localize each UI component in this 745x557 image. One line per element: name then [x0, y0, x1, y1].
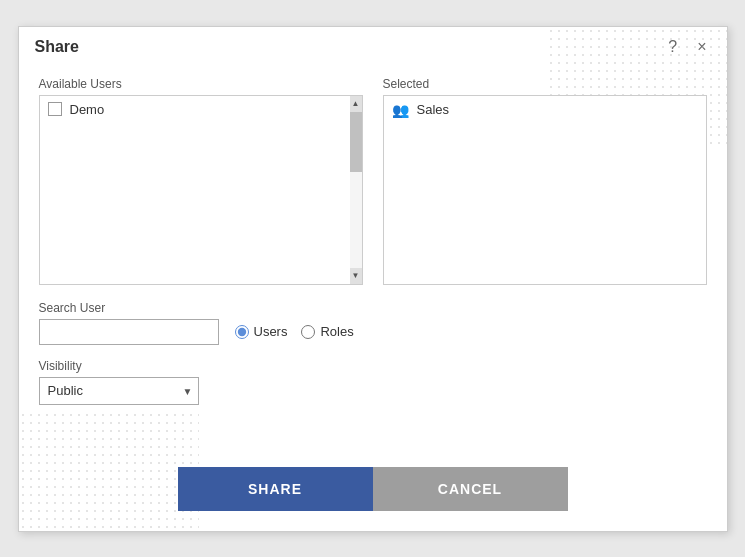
share-dialog: Share ? × Available Users Demo ▲	[18, 26, 728, 532]
visibility-label: Visibility	[39, 359, 707, 373]
scroll-track: ▲ ▼	[350, 96, 362, 284]
dialog-footer: SHARE CANCEL	[19, 455, 727, 531]
available-users-section: Available Users Demo ▲ ▼	[39, 77, 363, 285]
scroll-thumb[interactable]	[350, 112, 362, 172]
radio-roles-option[interactable]: Roles	[301, 324, 353, 339]
search-input[interactable]	[39, 319, 219, 345]
share-button[interactable]: SHARE	[178, 467, 373, 511]
scroll-arrow-down[interactable]: ▼	[350, 268, 362, 284]
help-button[interactable]: ?	[664, 37, 681, 57]
dialog-title: Share	[35, 38, 79, 56]
search-label: Search User	[39, 301, 707, 315]
demo-checkbox[interactable]	[48, 102, 62, 116]
radio-roles-label: Roles	[320, 324, 353, 339]
radio-group: Users Roles	[235, 324, 354, 339]
sales-label: Sales	[417, 102, 450, 117]
selected-list: 👥 Sales	[383, 95, 707, 285]
selected-item-sales[interactable]: 👥 Sales	[384, 96, 706, 124]
lists-row: Available Users Demo ▲ ▼ Selected	[39, 77, 707, 285]
radio-users[interactable]	[235, 325, 249, 339]
visibility-section: Visibility Public Private ▼	[39, 359, 707, 405]
visibility-select-wrapper: Public Private ▼	[39, 377, 199, 405]
dialog-body: Available Users Demo ▲ ▼ Selected	[19, 65, 727, 455]
selected-section: Selected 👥 Sales	[383, 77, 707, 285]
available-users-list[interactable]: Demo ▲ ▼	[39, 95, 363, 285]
radio-users-option[interactable]: Users	[235, 324, 288, 339]
group-icon: 👥	[392, 102, 409, 118]
visibility-select[interactable]: Public Private	[39, 377, 199, 405]
scroll-arrow-up[interactable]: ▲	[350, 96, 362, 112]
list-item[interactable]: Demo	[40, 96, 350, 123]
search-row: Users Roles	[39, 319, 707, 345]
header-icons: ? ×	[664, 37, 710, 57]
cancel-button[interactable]: CANCEL	[373, 467, 568, 511]
close-button[interactable]: ×	[693, 37, 710, 57]
demo-user-label: Demo	[70, 102, 105, 117]
radio-roles[interactable]	[301, 325, 315, 339]
selected-label: Selected	[383, 77, 707, 91]
dialog-header: Share ? ×	[19, 27, 727, 65]
available-users-label: Available Users	[39, 77, 363, 91]
radio-users-label: Users	[254, 324, 288, 339]
search-section: Search User Users Roles	[39, 301, 707, 345]
